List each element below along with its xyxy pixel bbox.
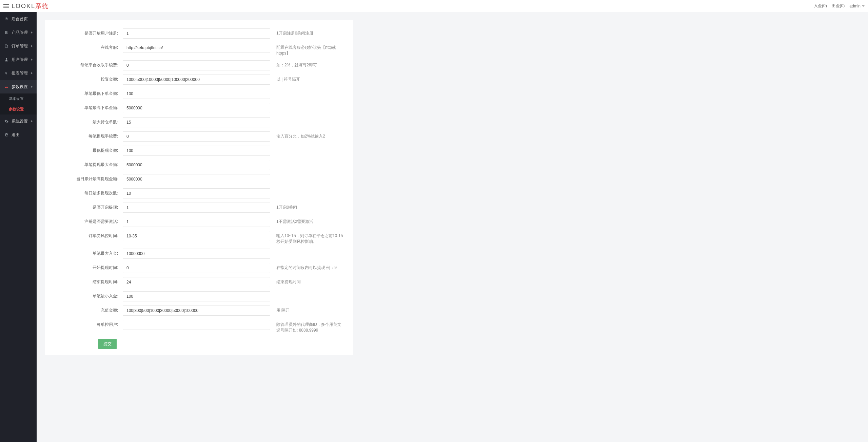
withdraw-link[interactable]: 出金(0) — [832, 3, 845, 9]
settings-form-panel: 是否开放用户注册:1开启注册0关闭注册在线客服:配置在线客服必须协议头【http… — [45, 20, 353, 355]
form-label: 是否开放用户注册: — [45, 28, 123, 36]
form-input[interactable] — [123, 277, 270, 287]
form-control — [123, 28, 270, 39]
form-input[interactable] — [123, 291, 270, 301]
form-hint: 除管理员外的代理商ID，多个用英文逗号隔开如: 8888,9999 — [270, 320, 345, 333]
form-input[interactable] — [123, 203, 270, 213]
form-label: 当日累计最高提现金额: — [45, 174, 123, 182]
form-hint — [270, 174, 345, 176]
submit-button[interactable]: 提交 — [98, 339, 117, 349]
sidebar-item-system[interactable]: 系统设置 — [0, 114, 37, 128]
form-control — [123, 103, 270, 113]
form-hint — [270, 103, 345, 105]
form-hint: 输入10~15，则订单在平仓之前10-15秒开始受到风控影响。 — [270, 231, 345, 245]
form-control — [123, 217, 270, 227]
sidebar-submenu: 基本设置参数设置 — [0, 93, 37, 114]
form-input[interactable] — [123, 131, 270, 142]
form-control — [123, 203, 270, 213]
form-input[interactable] — [123, 231, 270, 241]
form-hint: 配置在线客服必须协议头【http或htpps】 — [270, 43, 345, 56]
form-label: 投资金额: — [45, 75, 123, 82]
form-input[interactable] — [123, 103, 270, 113]
user-menu[interactable]: admin — [849, 4, 865, 8]
form-input[interactable] — [123, 306, 270, 316]
sidebar-item-params[interactable]: 参数设置 — [0, 80, 37, 93]
form-hint: 用|隔开 — [270, 306, 345, 313]
form-hint: 1开启0关闭 — [270, 203, 345, 210]
form-input[interactable] — [123, 160, 270, 170]
content: 是否开放用户注册:1开启注册0关闭注册在线客服:配置在线客服必须协议头【http… — [37, 12, 868, 363]
form-control — [123, 146, 270, 156]
form-input[interactable] — [123, 28, 270, 39]
system-icon — [4, 119, 9, 123]
form-hint — [270, 249, 345, 251]
form-input[interactable] — [123, 249, 270, 259]
form-row: 单笔最大入金: — [45, 247, 353, 261]
form-row: 是否开启提现:1开启0关闭 — [45, 201, 353, 215]
sidebar-item-user[interactable]: 用户管理 — [0, 53, 37, 66]
form-label: 充值金额: — [45, 306, 123, 313]
brand-logo: LOOKL系统 — [12, 2, 49, 10]
form-label: 每笔提现手续费: — [45, 131, 123, 139]
form-label: 每笔平台收取手续费: — [45, 60, 123, 68]
sidebar-sub-item[interactable]: 参数设置 — [0, 104, 37, 114]
form-hint: 1开启注册0关闭注册 — [270, 28, 345, 36]
form-input[interactable] — [123, 60, 270, 70]
form-hint — [270, 89, 345, 91]
form-hint — [270, 146, 345, 148]
form-input[interactable] — [123, 43, 270, 53]
form-label: 订单受风控时间: — [45, 231, 123, 239]
form-control — [123, 320, 270, 330]
form-hint: 结束提现时间 — [270, 277, 345, 285]
form-label: 结束提现时间: — [45, 277, 123, 285]
deposit-link[interactable]: 入金(0) — [814, 3, 827, 9]
caret-down-icon — [862, 5, 865, 7]
form-input[interactable] — [123, 146, 270, 156]
sidebar-item-label: 后台首页 — [12, 16, 28, 22]
sidebar-item-order[interactable]: 订单管理 — [0, 39, 37, 53]
form-hint — [270, 188, 345, 190]
sidebar-item-yen[interactable]: ¥报表管理 — [0, 66, 37, 80]
sidebar: 后台首页B产品管理订单管理用户管理¥报表管理参数设置基本设置参数设置系统设置退出 — [0, 12, 37, 363]
chevron-right-icon — [31, 31, 33, 34]
logout-icon — [4, 133, 9, 137]
form-hint: 在指定的时间段内可以提现 例：9 — [270, 263, 345, 271]
form-label: 在线客服: — [45, 43, 123, 50]
form-row: 注册是否需要激活:1不需激活2需要激活 — [45, 215, 353, 229]
form-hint: 以 | 符号隔开 — [270, 75, 345, 82]
sidebar-item-dashboard[interactable]: 后台首页 — [0, 12, 37, 26]
form-input[interactable] — [123, 174, 270, 184]
form-control — [123, 117, 270, 127]
form-control — [123, 231, 270, 241]
form-input[interactable] — [123, 263, 270, 273]
form-label: 单笔最小入金: — [45, 291, 123, 299]
brand-suffix: 系统 — [35, 3, 49, 9]
form-control — [123, 249, 270, 259]
form-input[interactable] — [123, 89, 270, 99]
sidebar-sub-item[interactable]: 基本设置 — [0, 93, 37, 104]
form-row: 订单受风控时间:输入10~15，则订单在平仓之前10-15秒开始受到风控影响。 — [45, 229, 353, 247]
sidebar-item-label: 报表管理 — [12, 70, 28, 76]
form-row: 每日最多提现次数: — [45, 186, 353, 201]
form-row: 可单控用户:除管理员外的代理商ID，多个用英文逗号隔开如: 8888,9999 — [45, 318, 353, 335]
form-row: 单笔最高下单金额: — [45, 101, 353, 115]
form-hint: 如：2%，就填写2即可 — [270, 60, 345, 68]
form-input[interactable] — [123, 117, 270, 127]
user-icon — [4, 58, 9, 62]
form-input[interactable] — [123, 188, 270, 198]
bitcoin-icon: B — [4, 30, 9, 35]
form-control — [123, 174, 270, 184]
form-hint — [270, 117, 345, 119]
form-label: 单笔最高下单金额: — [45, 103, 123, 111]
form-control — [123, 291, 270, 301]
form-input[interactable] — [123, 75, 270, 85]
menu-toggle-icon[interactable] — [3, 4, 9, 8]
form-row: 投资金额:以 | 符号隔开 — [45, 72, 353, 87]
form-input[interactable] — [123, 217, 270, 227]
sidebar-item-bitcoin[interactable]: B产品管理 — [0, 26, 37, 39]
form-hint: 输入百分比，如2%就输入2 — [270, 131, 345, 139]
form-row: 结束提现时间:结束提现时间 — [45, 275, 353, 289]
form-input[interactable] — [123, 320, 270, 330]
sidebar-item-logout[interactable]: 退出 — [0, 128, 37, 142]
chevron-right-icon — [31, 72, 33, 74]
